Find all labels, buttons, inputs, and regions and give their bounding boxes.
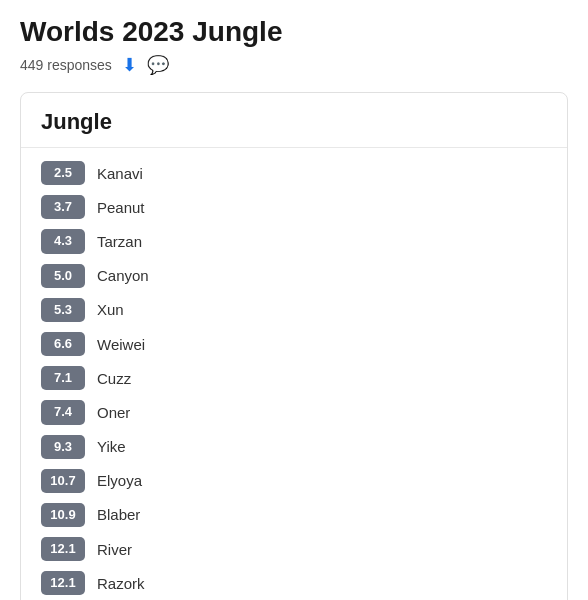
rank-badge: 12.1 [41,571,85,595]
list-item: 7.4Oner [37,395,551,429]
player-name: Razork [97,575,145,592]
list-item: 2.5Kanavi [37,156,551,190]
rank-badge: 2.5 [41,161,85,185]
rank-badge: 3.7 [41,195,85,219]
page-title: Worlds 2023 Jungle [20,16,568,48]
rank-badge: 10.7 [41,469,85,493]
list-item: 3.7Peanut [37,190,551,224]
player-name: River [97,541,132,558]
rank-badge: 7.4 [41,400,85,424]
list-item: 7.1Cuzz [37,361,551,395]
player-name: Xun [97,301,124,318]
response-count: 449 responses [20,57,112,73]
rank-badge: 7.1 [41,366,85,390]
rank-badge: 9.3 [41,435,85,459]
player-name: Blaber [97,506,140,523]
rank-badge: 4.3 [41,229,85,253]
player-name: Canyon [97,267,149,284]
rank-badge: 12.1 [41,537,85,561]
list-item: 12.1Razork [37,566,551,600]
player-name: Oner [97,404,130,421]
player-name: Elyoya [97,472,142,489]
list-item: 4.3Tarzan [37,224,551,258]
list-item: 5.3Xun [37,293,551,327]
list-item: 5.0Canyon [37,259,551,293]
list-item: 9.3Yike [37,430,551,464]
player-name: Cuzz [97,370,131,387]
player-name: Yike [97,438,126,455]
player-name: Weiwei [97,336,145,353]
meta-row: 449 responses ⬇ 💬 [20,54,568,76]
download-icon[interactable]: ⬇ [122,54,137,76]
card-title: Jungle [21,109,567,147]
rank-badge: 10.9 [41,503,85,527]
player-name: Tarzan [97,233,142,250]
jungle-card: Jungle 2.5Kanavi3.7Peanut4.3Tarzan5.0Can… [20,92,568,600]
list-item: 10.9Blaber [37,498,551,532]
player-list[interactable]: 2.5Kanavi3.7Peanut4.3Tarzan5.0Canyon5.3X… [21,148,567,600]
rank-badge: 6.6 [41,332,85,356]
list-item: 6.6Weiwei [37,327,551,361]
rank-badge: 5.3 [41,298,85,322]
list-item: 10.7Elyoya [37,464,551,498]
rank-badge: 5.0 [41,264,85,288]
list-item: 12.1River [37,532,551,566]
player-name: Kanavi [97,165,143,182]
comment-icon[interactable]: 💬 [147,54,169,76]
player-name: Peanut [97,199,145,216]
